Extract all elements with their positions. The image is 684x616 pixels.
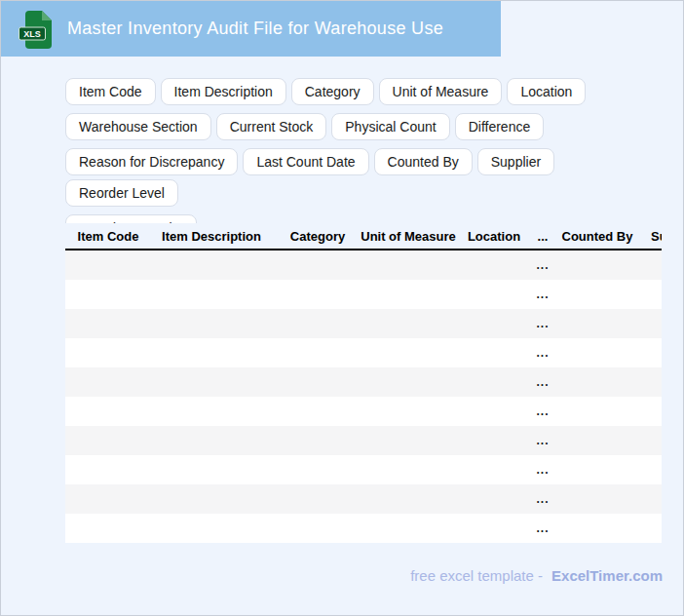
- table-row: ...: [65, 367, 662, 397]
- table-row: ...: [65, 514, 662, 543]
- column-header-item-description: Item Description: [162, 223, 261, 250]
- footer: free excel template -ExcelTimer.com: [410, 567, 663, 584]
- chip-current-stock[interactable]: Current Stock: [216, 113, 327, 140]
- xls-file-icon: XLS: [18, 9, 55, 50]
- row-more-ellipsis: ...: [536, 346, 549, 360]
- chip-unit-of-measure[interactable]: Unit of Measure: [379, 78, 503, 105]
- chip-physical-count[interactable]: Physical Count: [331, 113, 449, 140]
- table-body: ... ... ... ... ... ... ... ... ... ...: [65, 250, 662, 543]
- footer-tagline: free excel template -: [410, 567, 543, 584]
- column-header-location: Location: [468, 223, 520, 250]
- table-row: ...: [65, 309, 662, 338]
- page-title: Master Inventory Audit File for Warehous…: [67, 19, 443, 39]
- row-more-ellipsis: ...: [536, 375, 549, 389]
- field-chip-list: Item Code Item Description Category Unit…: [65, 78, 671, 242]
- column-header-supplier: Supplier: [651, 223, 662, 250]
- chip-reason-for-discrepancy[interactable]: Reason for Discrepancy: [65, 148, 238, 175]
- chip-last-count-date[interactable]: Last Count Date: [243, 148, 368, 175]
- row-more-ellipsis: ...: [536, 492, 549, 506]
- row-more-ellipsis: ...: [536, 288, 549, 301]
- chip-difference[interactable]: Difference: [455, 113, 545, 140]
- column-header-item-code: Item Code: [78, 223, 139, 250]
- column-header-unit-of-measure: Unit of Measure: [361, 223, 456, 250]
- table-row: ...: [65, 397, 662, 426]
- table-row: ...: [65, 250, 662, 280]
- row-more-ellipsis: ...: [536, 404, 549, 418]
- chip-category[interactable]: Category: [291, 78, 374, 105]
- chip-supplier[interactable]: Supplier: [477, 148, 554, 175]
- column-header-more: ...: [538, 223, 549, 250]
- column-header-category: Category: [290, 223, 345, 250]
- chip-counted-by[interactable]: Counted By: [374, 148, 473, 175]
- row-more-ellipsis: ...: [536, 463, 549, 477]
- footer-brand-link[interactable]: ExcelTimer.com: [551, 567, 663, 584]
- table-row: ...: [65, 455, 662, 484]
- chip-warehouse-section[interactable]: Warehouse Section: [65, 113, 211, 140]
- table-row: ...: [65, 426, 662, 455]
- row-more-ellipsis: ...: [536, 317, 549, 330]
- column-header-counted-by: Counted By: [562, 223, 633, 250]
- row-more-ellipsis: ...: [536, 521, 549, 535]
- table-row: ...: [65, 338, 662, 367]
- row-more-ellipsis: ...: [536, 434, 549, 447]
- template-preview-page: XLS Master Inventory Audit File for Ware…: [0, 0, 684, 616]
- table-header-row: Item Code Item Description Category Unit…: [65, 223, 662, 250]
- chip-reorder-level[interactable]: Reorder Level: [65, 179, 178, 207]
- table-row: ...: [65, 280, 662, 309]
- chip-item-code[interactable]: Item Code: [65, 78, 156, 105]
- chip-item-description[interactable]: Item Description: [161, 78, 286, 105]
- table-row: ...: [65, 484, 662, 514]
- row-more-ellipsis: ...: [536, 258, 549, 272]
- title-banner: XLS Master Inventory Audit File for Ware…: [1, 1, 501, 57]
- inventory-preview-table: Item Code Item Description Category Unit…: [65, 223, 662, 543]
- xls-badge-label: XLS: [23, 29, 41, 39]
- chip-location[interactable]: Location: [507, 78, 586, 105]
